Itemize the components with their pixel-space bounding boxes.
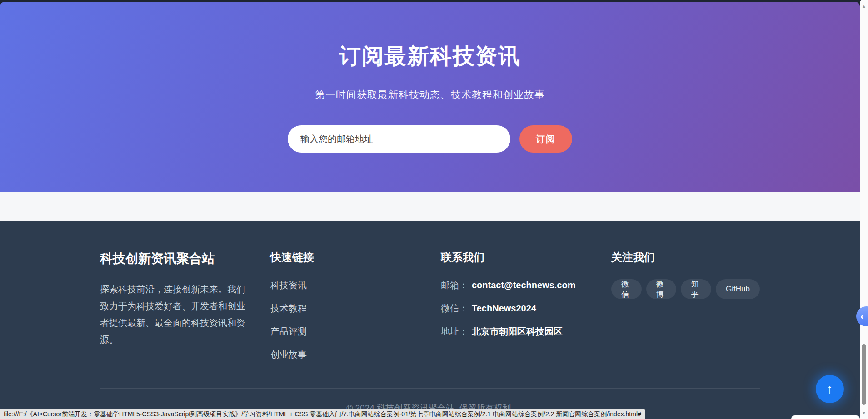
footer-link-reviews[interactable]: 产品评测 <box>270 325 441 338</box>
contact-email-row: 邮箱：contact@technews.com <box>441 279 611 291</box>
contact-wechat-label: 微信： <box>441 303 468 313</box>
newsletter-title: 订阅最新科技资讯 <box>0 2 860 71</box>
contact-wechat-value: TechNews2024 <box>472 303 536 313</box>
contact-address-label: 地址： <box>441 326 468 336</box>
section-spacer <box>0 192 860 221</box>
footer-link-startup-stories[interactable]: 创业故事 <box>270 349 441 361</box>
footer-contact-column: 联系我们 邮箱：contact@technews.com 微信：TechNews… <box>441 250 611 372</box>
subscribe-form: 订阅 <box>0 125 860 153</box>
social-wechat-button[interactable]: 微信 <box>611 279 642 299</box>
contact-address-row: 地址：北京市朝阳区科技园区 <box>441 325 611 338</box>
scroll-up-icon[interactable]: ▲ <box>860 4 868 9</box>
follow-title: 关注我们 <box>611 250 760 265</box>
social-weibo-button[interactable]: 微博 <box>646 279 677 299</box>
contact-title: 联系我们 <box>441 250 611 265</box>
site-description: 探索科技前沿，连接创新未来。我们致力于为科技爱好者、开发者和创业者提供最新、最全… <box>100 281 253 348</box>
scroll-down-icon[interactable]: ▼ <box>860 410 868 415</box>
contact-wechat-row: 微信：TechNews2024 <box>441 302 611 315</box>
social-github-button[interactable]: GitHub <box>716 279 760 299</box>
subscribe-button[interactable]: 订阅 <box>519 125 572 153</box>
arrow-up-icon: ↑ <box>827 382 833 396</box>
chevron-left-icon: ‹ <box>860 310 864 323</box>
contact-email-label: 邮箱： <box>441 280 468 290</box>
page-viewport: 订阅最新科技资讯 第一时间获取最新科技动态、技术教程和创业故事 订阅 科技创新资… <box>0 0 860 419</box>
bottom-corner-panel <box>791 415 860 419</box>
site-footer: 科技创新资讯聚合站 探索科技前沿，连接创新未来。我们致力于为科技爱好者、开发者和… <box>0 221 860 419</box>
quicklinks-title: 快速链接 <box>270 250 441 265</box>
social-zhihu-button[interactable]: 知乎 <box>681 279 711 299</box>
footer-columns: 科技创新资讯聚合站 探索科技前沿，连接创新未来。我们致力于为科技爱好者、开发者和… <box>100 250 760 372</box>
social-links: 微信 微博 知乎 GitHub <box>611 279 760 299</box>
back-to-top-button[interactable]: ↑ <box>816 375 844 403</box>
contact-address-value: 北京市朝阳区科技园区 <box>472 326 563 336</box>
footer-about-column: 科技创新资讯聚合站 探索科技前沿，连接创新未来。我们致力于为科技爱好者、开发者和… <box>100 250 270 372</box>
footer-quicklinks-column: 快速链接 科技资讯 技术教程 产品评测 创业故事 <box>270 250 441 372</box>
status-url-text: file:///E:/《AI×Cursor前端开发：零基础学HTML5·CSS3… <box>4 410 641 419</box>
contact-email-value: contact@technews.com <box>472 280 575 290</box>
vertical-scrollbar[interactable]: ▲ ▼ <box>860 0 868 419</box>
footer-link-tech-news[interactable]: 科技资讯 <box>270 279 441 291</box>
footer-link-tutorials[interactable]: 技术教程 <box>270 302 441 315</box>
email-input[interactable] <box>288 125 510 153</box>
browser-status-bar: file:///E:/《AI×Cursor前端开发：零基础学HTML5·CSS3… <box>0 409 645 419</box>
newsletter-subtitle: 第一时间获取最新科技动态、技术教程和创业故事 <box>0 88 860 102</box>
footer-divider <box>100 388 760 389</box>
newsletter-section: 订阅最新科技资讯 第一时间获取最新科技动态、技术教程和创业故事 订阅 <box>0 2 860 192</box>
site-name: 科技创新资讯聚合站 <box>100 250 270 267</box>
footer-follow-column: 关注我们 微信 微博 知乎 GitHub <box>611 250 760 372</box>
scrollbar-thumb[interactable] <box>862 344 866 405</box>
